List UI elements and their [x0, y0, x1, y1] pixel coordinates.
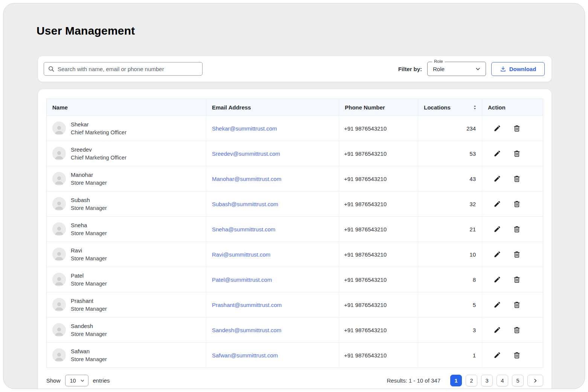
user-name: Sandesh	[71, 323, 107, 329]
user-email-link[interactable]: Shekar@summittrust.com	[212, 125, 277, 132]
edit-button[interactable]	[494, 200, 501, 208]
trash-icon	[513, 301, 521, 308]
column-header-action: Action	[482, 99, 543, 115]
user-role: Store Manager	[71, 331, 107, 337]
user-email-link[interactable]: Manohar@summittrust.com	[212, 176, 281, 182]
user-email-link[interactable]: Subash@summittrust.com	[212, 201, 278, 207]
name-role-stack: Patel Store Manager	[71, 272, 107, 287]
user-phone: +91 9876543210	[339, 318, 418, 342]
user-email-link[interactable]: Prashant@summittrust.com	[212, 302, 282, 308]
user-email-link[interactable]: Sreedev@summittrust.com	[212, 150, 280, 157]
trash-icon	[513, 200, 521, 208]
delete-button[interactable]	[513, 251, 521, 258]
role-select-floating-label: Role	[432, 59, 445, 64]
name-role-stack: Manohar Store Manager	[71, 172, 107, 186]
page-button[interactable]: 3	[481, 375, 493, 386]
user-locations-count: 21	[418, 217, 482, 242]
download-button[interactable]: Download	[491, 62, 545, 76]
delete-button[interactable]	[513, 150, 521, 157]
user-name: Manohar	[71, 172, 107, 178]
edit-button[interactable]	[494, 125, 501, 132]
user-locations-count: 3	[418, 318, 482, 342]
row-actions	[482, 166, 543, 191]
user-role: Store Manager	[71, 306, 107, 312]
edit-button[interactable]	[494, 150, 501, 157]
page-button[interactable]: 5	[512, 375, 524, 386]
user-name: Ravi	[71, 247, 107, 254]
user-name: Shekar	[71, 121, 126, 128]
edit-button[interactable]	[494, 326, 501, 334]
entries-per-page-select[interactable]: 10	[65, 375, 88, 386]
user-name: Sreedev	[71, 146, 126, 153]
avatar	[52, 147, 66, 160]
edit-button[interactable]	[494, 351, 501, 359]
user-email-cell: Manohar@summittrust.com	[206, 166, 339, 191]
page-button[interactable]: 4	[497, 375, 508, 386]
user-email-link[interactable]: Ravi@summittrust.com	[212, 251, 270, 258]
user-role: Chief Marketing Officer	[71, 155, 126, 161]
role-filter-select[interactable]: Role Role	[427, 62, 486, 76]
page-button[interactable]: 2	[466, 375, 477, 386]
edit-pencil-icon	[494, 326, 501, 334]
user-role: Store Manager	[71, 281, 107, 287]
user-locations-count: 10	[418, 242, 482, 267]
delete-button[interactable]	[513, 326, 521, 334]
search-box[interactable]	[44, 62, 203, 76]
toolbar: Filter by: Role Role Download	[38, 56, 551, 82]
name-role-stack: Sreedev Chief Marketing Officer	[71, 146, 126, 161]
edit-pencil-icon	[494, 150, 501, 157]
sort-icon[interactable]	[472, 104, 478, 111]
edit-pencil-icon	[494, 225, 501, 233]
next-page-button[interactable]	[527, 375, 543, 386]
trash-icon	[513, 276, 521, 283]
trash-icon	[513, 225, 521, 233]
edit-button[interactable]	[494, 301, 501, 308]
delete-button[interactable]	[513, 200, 521, 208]
person-icon	[53, 300, 65, 311]
delete-button[interactable]	[513, 125, 521, 132]
row-actions	[482, 267, 543, 292]
avatar	[52, 172, 66, 185]
trash-icon	[513, 351, 521, 359]
user-table: Name Email Address Phone Number Location…	[46, 99, 543, 368]
user-name: Prashant	[71, 298, 107, 304]
edit-button[interactable]	[494, 175, 501, 182]
edit-pencil-icon	[494, 125, 501, 132]
edit-pencil-icon	[494, 200, 501, 208]
column-header-locations[interactable]: Locations	[418, 99, 482, 115]
user-email-link[interactable]: Safwan@summittrust.com	[212, 352, 278, 359]
trash-icon	[513, 326, 521, 334]
page-button-active[interactable]: 1	[450, 375, 462, 386]
row-actions	[482, 217, 543, 242]
search-input[interactable]	[58, 66, 198, 72]
row-actions	[482, 116, 543, 141]
delete-button[interactable]	[513, 301, 521, 308]
person-icon	[53, 250, 65, 261]
user-email-link[interactable]: Sneha@summittrust.com	[212, 226, 276, 232]
table-row: Safwan Store Manager Safwan@summittrust.…	[47, 342, 543, 368]
edit-button[interactable]	[494, 225, 501, 233]
user-email-cell: Prashant@summittrust.com	[206, 292, 339, 317]
user-locations-count: 43	[418, 166, 482, 191]
user-email-cell: Patel@summittrust.com	[206, 267, 339, 292]
avatar	[52, 222, 66, 236]
table-footer: Show 10 entries Results: 1 - 10 of 347 1…	[46, 375, 543, 386]
user-phone: +91 9876543210	[339, 166, 418, 191]
delete-button[interactable]	[513, 276, 521, 283]
edit-button[interactable]	[494, 251, 501, 258]
user-email-link[interactable]: Sandesh@summittrust.com	[212, 327, 281, 333]
delete-button[interactable]	[513, 225, 521, 233]
delete-button[interactable]	[513, 175, 521, 182]
user-name-cell: Sandesh Store Manager	[47, 318, 206, 342]
user-email-link[interactable]: Patel@summittrust.com	[212, 277, 272, 283]
delete-button[interactable]	[513, 351, 521, 359]
user-role: Chief Marketing Officer	[71, 129, 126, 135]
user-role: Store Manager	[71, 356, 107, 362]
user-email-cell: Subash@summittrust.com	[206, 191, 339, 216]
edit-button[interactable]	[494, 276, 501, 283]
name-role-stack: Safwan Store Manager	[71, 348, 107, 362]
user-phone: +91 9876543210	[339, 267, 418, 292]
column-header-phone: Phone Number	[339, 99, 418, 115]
column-header-name: Name	[47, 99, 206, 115]
avatar	[52, 348, 66, 362]
